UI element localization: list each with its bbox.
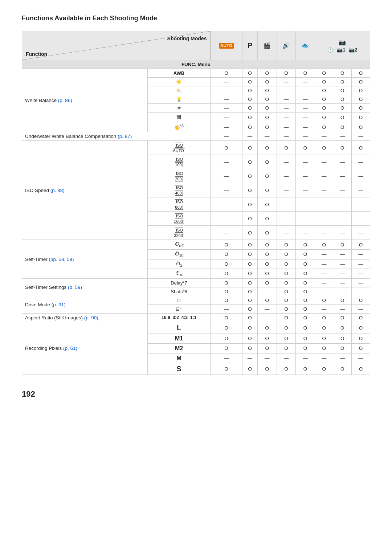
wb-sun-icon: ☀️ — [147, 78, 211, 86]
page-title: Functions Available in Each Shooting Mod… — [22, 15, 370, 22]
rec-M1-icon: M1 — [147, 334, 211, 343]
iso-label: ISO Speed (p. 88) — [22, 141, 148, 240]
rec-S-icon: S — [147, 363, 211, 375]
iso-auto-icon: ISOAUTO — [147, 141, 211, 155]
rec-pixels-L-row: Recording Pixels (p. 61) L OOOOOOOO — [22, 322, 370, 334]
selftimer-10-icon: ⏱10 — [147, 249, 211, 259]
wb-label: White Balance (p. 86) — [22, 69, 148, 132]
function-label: Function — [26, 51, 47, 57]
drive-single-row: Drive Mode (p. 91) □ OOOOOOOO — [22, 296, 370, 304]
selftimer-settings-label: Self-Timer Settings (p. 59) — [22, 278, 148, 296]
drive-mode-label: Drive Mode (p. 91) — [22, 296, 148, 313]
wb-custom-icon: 🖐*6 — [147, 122, 211, 132]
underwater-wb-row: Underwater White Balance Compensation (p… — [22, 132, 370, 141]
rec-M-icon: M — [147, 353, 211, 363]
selftimer-off-icon: ⏱off — [147, 240, 211, 250]
iso-200-icon: ISO200 — [147, 169, 211, 183]
selftimer-off-row: Self-Timer (pp. 58, 59) ⏱off OOOOOOOO — [22, 240, 370, 250]
aspect-ratio-icon: 16:9 3:2 4:3 1:1 — [147, 313, 211, 322]
main-table-wrapper: Shooting Modes Function AUTO P 🎬 🔊 🐟 📷 🕐… — [22, 31, 370, 375]
shots-icon: Shots*8 — [147, 287, 211, 296]
selftimer-2-icon: ⏱2 — [147, 259, 211, 269]
c-sub-header: 🕐 — [327, 47, 333, 53]
delay-icon: Delay*7 — [147, 278, 211, 287]
av-col-header: 🎬 — [258, 31, 277, 60]
selftimer-custom-icon: ⏱∞ — [147, 269, 211, 279]
diagonal-header: Shooting Modes Function — [22, 31, 211, 60]
underwater-wb-label: Underwater White Balance Compensation (p… — [22, 132, 211, 141]
wb-fluor2-icon: 卌 — [147, 113, 211, 122]
drive-continuous-icon: ⊟↑ — [147, 304, 211, 313]
p-col-header: P — [242, 31, 257, 60]
rec-L-icon: L — [147, 322, 211, 334]
awb-icon: AWB — [147, 69, 211, 78]
c1-sub-header: 📷1 — [337, 47, 345, 53]
wb-cloud-icon: ⛅ — [147, 86, 211, 95]
camera-group-header: 📷 🕐 📷1 📷2 — [315, 31, 370, 60]
shooting-modes-label: Shooting Modes — [167, 36, 207, 41]
wb-tungsten-icon: 💡 — [147, 95, 211, 104]
aspect-ratio-row: Aspect Ratio (Still Images) (p. 90) 16:9… — [22, 313, 370, 322]
page-number: 192 — [22, 389, 370, 399]
q-col-header: 🔊 — [277, 31, 296, 60]
rec-pixels-label: Recording Pixels (p. 61) — [22, 322, 148, 375]
aspect-ratio-label: Aspect Ratio (Still Images) (p. 90) — [22, 313, 148, 322]
auto-col-header: AUTO — [211, 31, 242, 60]
drive-single-icon: □ — [147, 296, 211, 304]
wb-fluor1-icon: ※ — [147, 104, 211, 113]
iso-100-icon: ISO100 — [147, 155, 211, 169]
iso-800-icon: ISO800 — [147, 197, 211, 212]
auto-badge: AUTO — [219, 43, 234, 49]
iso-3200-icon: ISO3200 — [147, 226, 211, 240]
func-menu-label: FUNC. Menu — [22, 60, 370, 69]
header-row-1: Shooting Modes Function AUTO P 🎬 🔊 🐟 📷 🕐… — [22, 31, 370, 60]
selftimer-settings-delay-row: Self-Timer Settings (p. 59) Delay*7 OOOO… — [22, 278, 370, 287]
iso-400-icon: ISO400 — [147, 183, 211, 197]
c2-sub-header: 📷2 — [349, 47, 357, 53]
wb-awb-row: White Balance (p. 86) AWB OOOOOOOO — [22, 69, 370, 78]
shooting-modes-table: Shooting Modes Function AUTO P 🎬 🔊 🐟 📷 🕐… — [22, 31, 370, 375]
func-menu-header-row: FUNC. Menu — [22, 60, 370, 69]
fish-col-header: 🐟 — [296, 31, 315, 60]
iso-auto-row: ISO Speed (p. 88) ISOAUTO OOOOOOOO — [22, 141, 370, 155]
selftimer-label: Self-Timer (pp. 58, 59) — [22, 240, 148, 278]
iso-1600-icon: ISO1600 — [147, 212, 211, 226]
rec-M2-icon: M2 — [147, 343, 211, 353]
